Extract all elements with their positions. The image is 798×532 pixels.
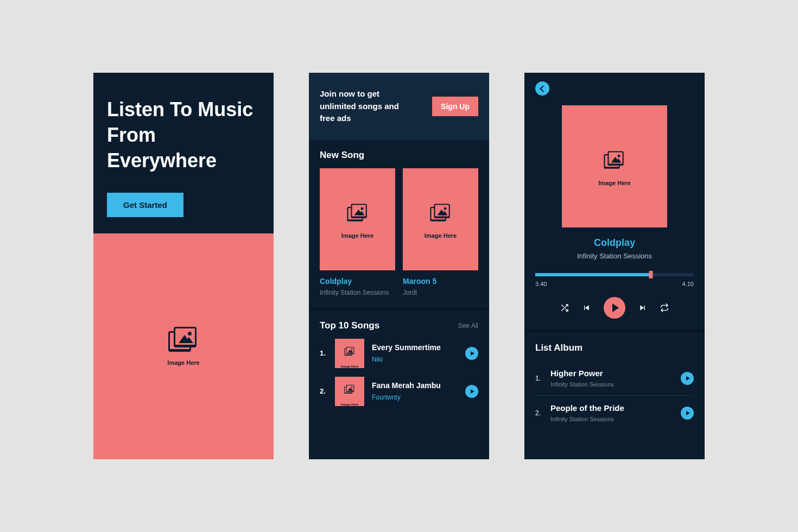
image-placeholder-icon	[168, 327, 199, 354]
onboarding-screen: Listen To Music From Everywhere Get Star…	[93, 73, 274, 459]
song-cover[interactable]: Image Here	[403, 168, 478, 270]
play-button[interactable]	[681, 372, 694, 385]
song-artist: Coldplay	[320, 277, 395, 286]
image-placeholder-icon	[604, 151, 625, 170]
image-placeholder-label: Image Here	[167, 359, 199, 366]
play-button[interactable]	[465, 347, 478, 360]
album-track-title: People of the Pride	[550, 403, 672, 413]
album-row: 1. Higher Power Infinity Station Session…	[535, 361, 694, 396]
play-button[interactable]	[465, 385, 478, 398]
track-thumbnail[interactable]: Image Here	[335, 339, 364, 368]
album-list-title: List Album	[535, 343, 694, 353]
song-album: Jordi	[403, 289, 478, 296]
banner-text: Join now to get unlimited songs and free…	[320, 88, 412, 125]
progress-thumb[interactable]	[649, 271, 653, 278]
track-title: Fana Merah Jambu	[372, 381, 458, 390]
new-song-title: New Song	[320, 150, 478, 161]
image-placeholder-label: Image Here	[341, 403, 358, 406]
player-controls	[524, 297, 705, 319]
image-placeholder-icon	[347, 204, 368, 223]
image-placeholder-label: Image Here	[425, 232, 457, 239]
signup-banner: Join now to get unlimited songs and free…	[309, 73, 489, 140]
song-artist: Maroon 5	[403, 277, 478, 286]
shuffle-icon[interactable]	[560, 303, 569, 312]
track-thumbnail[interactable]: Image Here	[335, 377, 364, 406]
track-title: Every Summertime	[372, 343, 458, 352]
album-track-title: Higher Power	[550, 369, 672, 378]
track-artist: Niki	[372, 356, 458, 363]
see-all-link[interactable]: See All	[458, 322, 478, 330]
image-placeholder-icon	[344, 384, 355, 393]
new-song-section: New Song Image Here Coldplay Infinity St…	[309, 140, 489, 307]
previous-icon[interactable]	[582, 303, 591, 312]
album-number: 1.	[535, 375, 542, 382]
progress-fill	[535, 273, 651, 276]
time-current: 3.40	[535, 281, 547, 287]
player-screen: Image Here Coldplay Infinity Station Ses…	[524, 73, 705, 459]
album-track-sub: Infinity Station Sessions	[550, 416, 672, 422]
track-number: 1.	[320, 349, 327, 357]
image-placeholder-icon	[430, 204, 451, 223]
next-icon[interactable]	[638, 303, 647, 312]
track-row: 1. Image Here Every Summertime Niki	[320, 339, 478, 368]
song-card: Image Here Coldplay Infinity Station Ses…	[320, 168, 395, 296]
onboarding-title: Listen To Music From Everywhere	[107, 97, 260, 173]
now-playing-artist: Coldplay	[546, 237, 683, 249]
song-card: Image Here Maroon 5 Jordi	[403, 168, 478, 296]
track-number: 2.	[320, 387, 327, 395]
album-track-sub: Infinity Station Sessions	[550, 381, 672, 388]
browse-screen: Join now to get unlimited songs and free…	[309, 73, 489, 459]
album-number: 2.	[535, 409, 542, 417]
album-list-section: List Album 1. Higher Power Infinity Stat…	[524, 333, 705, 440]
track-artist: Fourtwnty	[372, 394, 458, 401]
image-placeholder-label: Image Here	[598, 180, 630, 186]
image-placeholder-label: Image Here	[341, 232, 373, 239]
song-cover[interactable]: Image Here	[320, 168, 395, 270]
top-songs-section: Top 10 Songs See All 1. Image Here Every…	[309, 311, 489, 426]
hero-image-placeholder: Image Here	[93, 233, 274, 459]
now-playing: Image Here Coldplay Infinity Station Ses…	[524, 96, 705, 273]
top-songs-title: Top 10 Songs	[320, 320, 379, 331]
get-started-button[interactable]: Get Started	[107, 193, 183, 217]
progress-bar[interactable]	[535, 273, 694, 276]
play-button[interactable]	[681, 407, 694, 420]
play-button-large[interactable]	[604, 297, 625, 319]
song-album: Infinity Station Sessions	[320, 289, 395, 296]
now-playing-album: Infinity Station Sessions	[546, 252, 683, 260]
signup-button[interactable]: Sign Up	[432, 97, 478, 116]
album-row: 2. People of the Pride Infinity Station …	[535, 396, 694, 430]
repeat-icon[interactable]	[660, 303, 669, 312]
image-placeholder-icon	[344, 346, 355, 355]
track-row: 2. Image Here Fana Merah Jambu Fourtwnty	[320, 377, 478, 406]
image-placeholder-label: Image Here	[341, 365, 358, 368]
now-playing-cover[interactable]: Image Here	[562, 105, 667, 227]
back-button[interactable]	[535, 81, 549, 96]
time-total: 4.10	[682, 281, 694, 287]
